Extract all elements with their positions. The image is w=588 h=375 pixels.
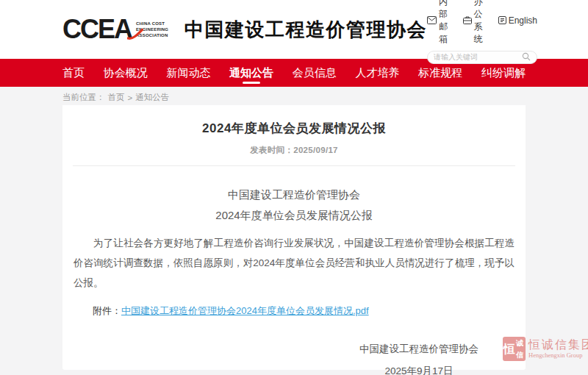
nav-item-training[interactable]: 人才培养 bbox=[356, 59, 400, 87]
publish-label: 发表时间： bbox=[250, 146, 293, 154]
doc-heading-org: 中国建设工程造价管理协会 bbox=[62, 185, 526, 205]
breadcrumb-bar: 当前位置： 首页 > 通知公告 bbox=[0, 87, 588, 105]
attachment-pdf-link[interactable]: 中国建设工程造价管理协会2024年度单位会员发展情况.pdf bbox=[121, 305, 369, 316]
english-link[interactable]: English bbox=[498, 15, 537, 26]
breadcrumb: 当前位置： 首页 > 通知公告 bbox=[62, 87, 526, 103]
ccea-logo: CCEA CHINA COST ENGINEERING ASSOCIATION bbox=[62, 16, 179, 43]
breadcrumb-current-link[interactable]: 通知公告 bbox=[135, 92, 169, 103]
quick-link-label: 办公系统 bbox=[474, 0, 487, 46]
article-card: 2024年度单位会员发展情况公报 发表时间：2025/09/17 中国建设工程造… bbox=[62, 105, 526, 370]
attachment-line: 附件：中国建设工程造价管理协会2024年度单位会员发展情况.pdf bbox=[74, 303, 514, 319]
internal-mail-link[interactable]: 内部邮箱 bbox=[427, 0, 452, 46]
watermark-text: 恒诚信集团 Hengchengxin Group bbox=[528, 338, 588, 359]
site-header: CCEA CHINA COST ENGINEERING ASSOCIATION … bbox=[0, 0, 588, 59]
nav-item-home[interactable]: 首页 bbox=[62, 59, 85, 87]
breadcrumb-separator: > bbox=[128, 93, 133, 102]
publish-line: 发表时间：2025/09/17 bbox=[62, 145, 526, 156]
header-utilities: 内部邮箱 办公系统 English bbox=[427, 0, 537, 64]
book-icon bbox=[498, 16, 506, 24]
publish-date: 2025/09/17 bbox=[293, 146, 338, 154]
main-nav: 首页 协会概况 新闻动态 通知公告 会员信息 人才培养 标准规程 纠纷调解 bbox=[0, 59, 588, 87]
office-system-link[interactable]: 办公系统 bbox=[463, 0, 487, 46]
signature-date: 2025年9月17日 bbox=[359, 365, 478, 375]
breadcrumb-home-link[interactable]: 首页 bbox=[108, 92, 125, 103]
briefcase-icon bbox=[463, 16, 472, 24]
nav-item-notices[interactable]: 通知公告 bbox=[229, 59, 273, 87]
attachment-label: 附件： bbox=[93, 305, 121, 316]
watermark-name-en: Hengchengxin Group bbox=[528, 352, 588, 360]
mail-icon bbox=[427, 16, 437, 24]
nav-item-members[interactable]: 会员信息 bbox=[293, 59, 337, 87]
doc-paragraph: 为了让社会各方更好地了解工程造价咨询行业发展状况，中国建设工程造价管理协会根据工… bbox=[74, 233, 514, 293]
nav-item-standards[interactable]: 标准规程 bbox=[418, 59, 462, 87]
article-title: 2024年度单位会员发展情况公报 bbox=[62, 105, 526, 137]
nav-item-mediation[interactable]: 纠纷调解 bbox=[481, 59, 526, 87]
quick-link-label: 内部邮箱 bbox=[439, 0, 452, 46]
signature-org: 中国建设工程造价管理协会 bbox=[359, 343, 478, 356]
logo-acronym: CCEA bbox=[62, 16, 132, 43]
watermark-name: 恒诚信集团 bbox=[528, 338, 588, 351]
nav-item-about[interactable]: 协会概况 bbox=[104, 59, 148, 87]
title-divider bbox=[73, 165, 515, 166]
signature: 中国建设工程造价管理协会 2025年9月17日 bbox=[62, 343, 526, 375]
site-title: 中国建设工程造价管理协会 bbox=[184, 17, 427, 43]
quick-link-label: English bbox=[509, 15, 537, 26]
breadcrumb-prefix: 当前位置： bbox=[62, 92, 105, 103]
nav-item-news[interactable]: 新闻动态 bbox=[166, 59, 210, 87]
quick-links: 内部邮箱 办公系统 English bbox=[427, 0, 537, 46]
doc-heading-title: 2024年度单位会员发展情况公报 bbox=[62, 205, 526, 226]
logo-swoosh-icon bbox=[127, 29, 143, 40]
brand[interactable]: CCEA CHINA COST ENGINEERING ASSOCIATION … bbox=[62, 16, 427, 43]
